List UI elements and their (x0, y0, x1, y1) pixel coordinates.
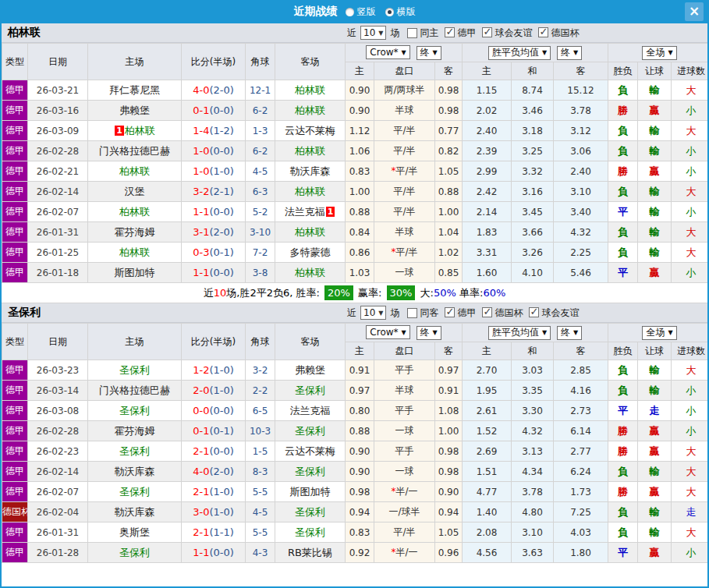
radio-label-horizontal: 横版 (397, 5, 416, 19)
same-venue-label[interactable]: 同主 (420, 27, 438, 40)
handicap: 平手 (374, 441, 435, 462)
league-checkbox[interactable] (445, 27, 455, 37)
team-name-text: 斯图加特 (290, 486, 331, 498)
league-checkbox[interactable] (482, 307, 492, 317)
home-odds: 1.03 (346, 263, 374, 283)
same-venue-checkbox[interactable] (407, 28, 417, 38)
match-row: 德甲26-01-18斯图加特1-1(0-0)3-8柏林联1.03一球0.851.… (2, 263, 709, 283)
match-result: 負 (608, 360, 638, 381)
corner-count: 8-3 (246, 462, 275, 482)
col-header-score: 比分(半场) (182, 44, 246, 80)
layout-radio-vertical[interactable]: 竖版 (346, 5, 376, 19)
radio-unselected-icon[interactable] (346, 8, 354, 16)
handicap: *平/半 (374, 161, 435, 182)
recent-results-dialog: 近期战绩 竖版 横版 × 柏林联 近 10 ▼ 场 (0, 0, 709, 588)
team-name-text: 柏林联 (119, 246, 150, 258)
league-checkbox-label[interactable]: 德国杯 (495, 307, 523, 318)
bookmaker-dropdown[interactable]: Crow*▼ (366, 45, 409, 59)
avg-away-odds: 1.80 (554, 543, 608, 563)
corner-count: 5-5 (246, 482, 275, 502)
competition-type: 德甲 (2, 202, 28, 222)
layout-radio-group: 竖版 横版 (346, 5, 416, 19)
avg-home-odds: 2.99 (463, 161, 512, 182)
match-date: 26-01-31 (28, 522, 88, 543)
match-date: 26-03-09 (28, 121, 88, 141)
corner-count: 5-5 (246, 522, 275, 543)
summary-text: 50% (434, 287, 456, 299)
match-result: 勝 (608, 421, 638, 441)
avg-time-dropdown[interactable]: 终▼ (557, 326, 582, 340)
league-checkbox[interactable] (538, 27, 548, 37)
home-team: 门兴格拉德巴赫 (88, 141, 182, 161)
league-checkbox-label[interactable]: 德甲 (457, 27, 476, 38)
avg-draw-odds: 3.18 (512, 121, 554, 141)
match-result: 平 (608, 401, 638, 421)
avg-odds-dropdown[interactable]: 胜平负均值▼ (488, 326, 551, 340)
home-odds: 0.86 (346, 243, 374, 263)
league-checkbox[interactable] (445, 307, 455, 317)
home-team: 弗赖堡 (88, 101, 182, 121)
team-name-text: 圣保利 (295, 506, 325, 518)
col-header-away: 客场 (275, 324, 346, 360)
league-checkbox-label[interactable]: 德甲 (457, 307, 476, 318)
away-team: 弗赖堡 (275, 360, 346, 381)
sub-header-avg-draw: 和 (512, 342, 554, 360)
match-result: 勝 (608, 482, 638, 502)
league-checkbox-label[interactable]: 德国杯 (551, 27, 579, 38)
scope-dropdown[interactable]: 全场▼ (642, 46, 676, 60)
scope-dropdown[interactable]: 全场▼ (642, 326, 676, 340)
league-checkbox[interactable] (482, 27, 492, 37)
league-checkbox-label[interactable]: 球会友谊 (541, 307, 579, 318)
team-name-text: 圣保利 (295, 384, 325, 396)
goals-result: 小 (672, 543, 709, 563)
home-team: 奥斯堡 (88, 522, 182, 543)
close-button[interactable]: × (685, 2, 704, 21)
goals-result: 小 (672, 263, 709, 283)
avg-group-header: 胜平负均值▼ 终▼ (463, 324, 608, 342)
home-team: 1柏林联 (88, 121, 182, 141)
halftime-score: (1-1) (209, 526, 233, 538)
odds-time-dropdown[interactable]: 终▼ (417, 46, 441, 60)
recent-count-value: 10 (363, 27, 375, 38)
layout-radio-horizontal[interactable]: 横版 (385, 5, 416, 19)
odds-time-dropdown[interactable]: 终▼ (417, 326, 441, 340)
corner-count: 12-1 (246, 80, 275, 101)
home-odds: 0.90 (346, 441, 374, 462)
match-date: 26-02-07 (28, 482, 88, 502)
avg-away-odds: 3.40 (554, 202, 608, 222)
avg-time-dropdown[interactable]: 终▼ (557, 46, 582, 60)
handicap-result: 輸 (638, 462, 672, 482)
away-team: 斯图加特 (275, 482, 346, 502)
league-checkbox[interactable] (529, 307, 539, 317)
radio-selected-icon[interactable] (385, 8, 394, 16)
col-header-home: 主场 (88, 44, 182, 80)
team-name-text: 柏林联 (119, 165, 150, 177)
handicap: 一/球半 (374, 502, 435, 522)
match-date: 26-02-28 (28, 141, 88, 161)
match-row: 德甲26-01-25柏林联0-3(0-1)7-2多特蒙德0.86*平/半1.02… (2, 243, 709, 263)
same-venue-label[interactable]: 同客 (420, 306, 438, 320)
score: 1-2(1-0) (182, 360, 246, 381)
league-checkbox-label[interactable]: 球会友谊 (495, 27, 532, 38)
bookmaker-dropdown[interactable]: Crow*▼ (366, 325, 409, 339)
team-name-text: 圣保利 (119, 486, 150, 498)
match-result: 負 (608, 141, 638, 161)
away-odds: 0.77 (435, 121, 463, 141)
match-row: 德国杯26-02-04勒沃库森3-0(1-0)4-5圣保利0.94一/球半0.9… (2, 502, 709, 522)
avg-odds-dropdown[interactable]: 胜平负均值▼ (488, 46, 551, 60)
avg-draw-odds: 3.13 (512, 441, 554, 462)
match-row: 德甲26-02-07圣保利2-1(1-0)5-5斯图加特0.98*半/一0.90… (2, 482, 709, 502)
recent-count-select[interactable]: 10 ▼ (360, 26, 386, 40)
summary-text: 赢率: (355, 287, 385, 299)
goals-result: 大 (672, 80, 709, 101)
away-team: 圣保利 (275, 502, 346, 522)
chevron-down-icon: ▼ (668, 49, 672, 56)
away-team: 多特蒙德 (275, 243, 346, 263)
fulltime-score: 2-1 (193, 486, 209, 498)
fulltime-score: 1-4 (193, 125, 209, 136)
recent-count-select[interactable]: 10 ▼ (360, 306, 386, 320)
avg-home-odds: 1.60 (463, 263, 512, 283)
match-row: 德甲26-03-08圣保利0-0(0-0)6-5法兰克福0.80平手1.082.… (2, 401, 709, 421)
away-odds: 0.90 (435, 482, 463, 502)
same-venue-checkbox[interactable] (407, 308, 417, 318)
